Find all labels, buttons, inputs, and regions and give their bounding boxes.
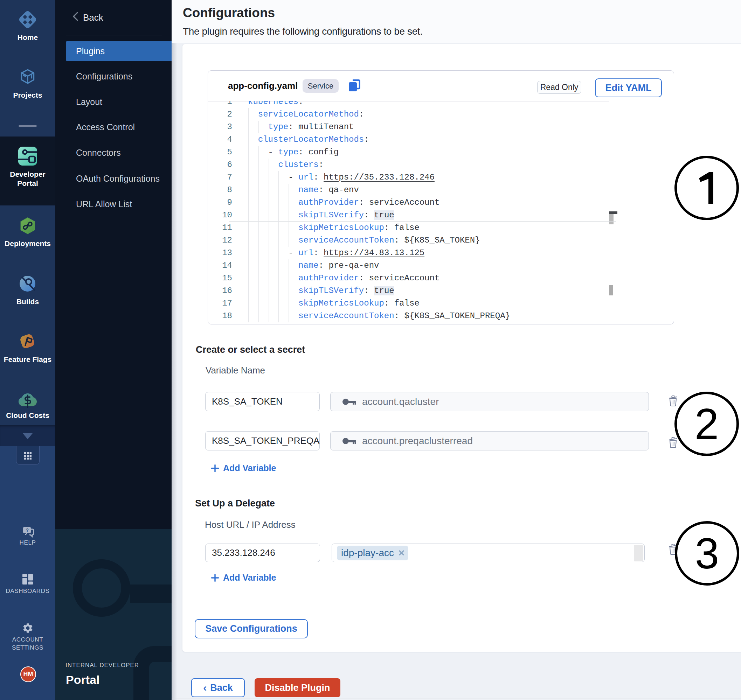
svg-text:?: ? [26,528,29,533]
